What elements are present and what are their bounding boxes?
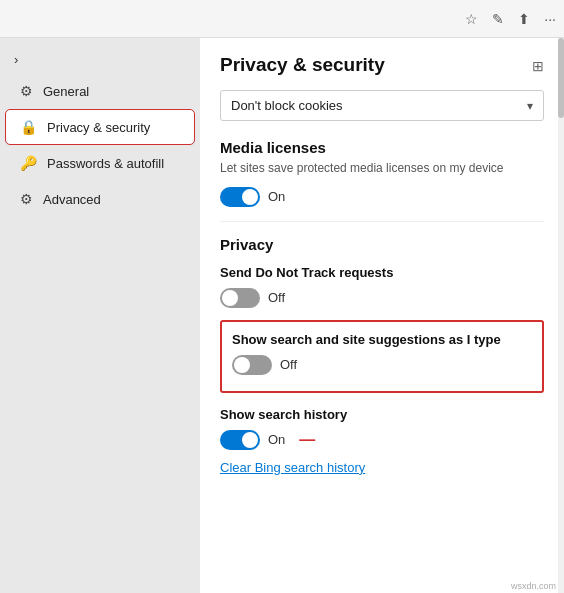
show-search-history-title: Show search history — [220, 407, 544, 422]
search-suggestions-toggle-row: Off — [232, 355, 532, 375]
show-search-history-toggle-row: On — — [220, 430, 544, 450]
sidebar-item-advanced[interactable]: ⚙ Advanced — [6, 182, 194, 216]
content-panel: Privacy & security ⊞ Don't block cookies… — [200, 38, 564, 593]
cookies-dropdown[interactable]: Don't block cookies ▾ — [220, 90, 544, 121]
search-suggestions-label: Off — [280, 357, 297, 372]
media-licenses-desc: Let sites save protected media licenses … — [220, 160, 544, 177]
media-licenses-title: Media licenses — [220, 139, 544, 156]
pin-icon[interactable]: ⊞ — [532, 58, 544, 74]
clear-bing-history-link[interactable]: Clear Bing search history — [220, 460, 365, 475]
show-search-history-toggle[interactable] — [220, 430, 260, 450]
main-area: › ⚙ General 🔒 Privacy & security 🔑 Passw… — [0, 38, 564, 593]
sidebar: › ⚙ General 🔒 Privacy & security 🔑 Passw… — [0, 38, 200, 593]
privacy-section: Privacy Send Do Not Track requests Off S… — [220, 236, 544, 476]
do-not-track-title: Send Do Not Track requests — [220, 265, 544, 280]
media-licenses-toggle[interactable] — [220, 187, 260, 207]
sidebar-item-privacy-security[interactable]: 🔒 Privacy & security — [6, 110, 194, 144]
scrollbar-thumb[interactable] — [558, 38, 564, 118]
star-icon[interactable]: ☆ — [465, 11, 478, 27]
media-licenses-toggle-label: On — [268, 189, 285, 204]
search-suggestions-toggle[interactable] — [232, 355, 272, 375]
divider-1 — [220, 221, 544, 222]
key-icon: 🔑 — [20, 155, 37, 171]
sidebar-item-privacy-label: Privacy & security — [47, 120, 150, 135]
privacy-section-title: Privacy — [220, 236, 544, 253]
lock-icon: 🔒 — [20, 119, 37, 135]
watermark: wsxdn.com — [511, 581, 556, 591]
gear-icon: ⚙ — [20, 83, 33, 99]
sidebar-item-general[interactable]: ⚙ General — [6, 74, 194, 108]
search-suggestions-title: Show search and site suggestions as I ty… — [232, 332, 532, 347]
sidebar-item-general-label: General — [43, 84, 89, 99]
media-licenses-toggle-row: On — [220, 187, 544, 207]
sidebar-item-passwords-label: Passwords & autofill — [47, 156, 164, 171]
page-header: Privacy & security ⊞ — [220, 54, 544, 76]
search-suggestions-section: Show search and site suggestions as I ty… — [220, 320, 544, 393]
page-title: Privacy & security — [220, 54, 385, 76]
chevron-left-icon: › — [14, 52, 18, 67]
do-not-track-label: Off — [268, 290, 285, 305]
browser-toolbar: ☆ ✎ ⬆ ··· — [0, 0, 564, 38]
share-icon[interactable]: ⬆ — [518, 11, 530, 27]
sidebar-item-advanced-label: Advanced — [43, 192, 101, 207]
red-dash: — — [299, 431, 315, 449]
show-search-history-section: Show search history On — Clear Bing sear… — [220, 407, 544, 476]
do-not-track-section: Send Do Not Track requests Off — [220, 265, 544, 308]
show-search-history-label: On — [268, 432, 285, 447]
do-not-track-toggle[interactable] — [220, 288, 260, 308]
scrollbar-track — [558, 38, 564, 593]
do-not-track-toggle-row: Off — [220, 288, 544, 308]
pencil-icon[interactable]: ✎ — [492, 11, 504, 27]
more-icon[interactable]: ··· — [544, 11, 556, 27]
sidebar-back-button[interactable]: › — [0, 46, 200, 73]
cookies-dropdown-value: Don't block cookies — [231, 98, 343, 113]
sidebar-item-passwords-autofill[interactable]: 🔑 Passwords & autofill — [6, 146, 194, 180]
chevron-down-icon: ▾ — [527, 99, 533, 113]
media-licenses-section: Media licenses Let sites save protected … — [220, 139, 544, 207]
advanced-gear-icon: ⚙ — [20, 191, 33, 207]
